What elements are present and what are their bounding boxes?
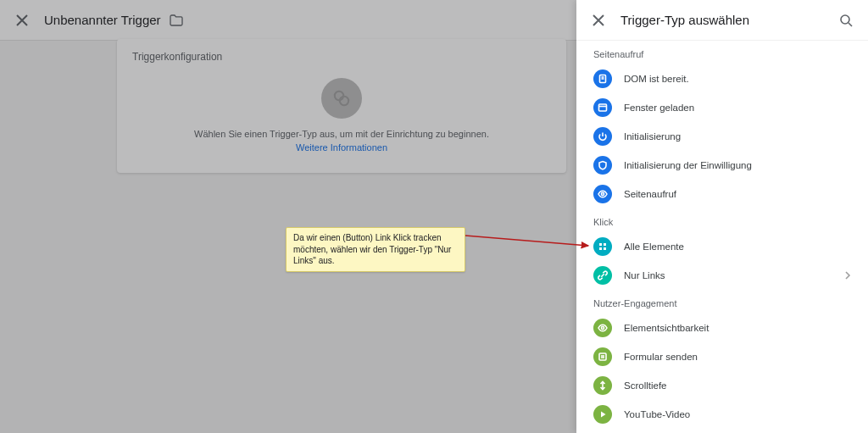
- doc-icon: [593, 69, 612, 88]
- close-icon: [16, 14, 28, 26]
- panel-search-button[interactable]: [836, 10, 856, 31]
- placeholder-icon: [321, 78, 362, 119]
- trigger-type-item[interactable]: Initialisierung der Einwilligung: [576, 151, 868, 180]
- trigger-type-label: Fenster geladen: [624, 103, 694, 113]
- window-icon: [593, 98, 612, 117]
- trigger-type-item[interactable]: Elementsichtbarkeit: [576, 314, 868, 342]
- config-section-title: Triggerkonfiguration: [117, 39, 566, 63]
- trigger-type-item[interactable]: YouTube-Video: [576, 400, 868, 429]
- trigger-type-item[interactable]: Fenster geladen: [576, 93, 868, 122]
- panel-header: Trigger-Typ auswählen: [576, 0, 868, 41]
- search-icon: [839, 14, 853, 27]
- form-icon: [593, 347, 612, 366]
- trigger-type-label: Alle Elemente: [624, 241, 684, 252]
- svg-rect-12: [604, 243, 606, 246]
- svg-point-16: [601, 326, 604, 329]
- svg-rect-8: [599, 104, 607, 111]
- panel-title: Trigger-Typ auswählen: [620, 13, 836, 27]
- trigger-type-label: Initialisierung: [624, 131, 681, 142]
- eye-icon: [593, 319, 612, 337]
- annotation-tooltip: Da wir einen (Button) Link Klick tracken…: [286, 227, 465, 272]
- trigger-type-item[interactable]: Seitenaufruf: [576, 180, 868, 208]
- trigger-type-item[interactable]: Initialisierung: [576, 122, 868, 151]
- grid-icon: [593, 237, 612, 256]
- play-icon: [593, 405, 612, 424]
- svg-point-1: [340, 97, 348, 105]
- trigger-type-label: Initialisierung der Einwilligung: [624, 160, 752, 170]
- trigger-group-label: Klick: [576, 208, 868, 232]
- trigger-type-item[interactable]: Formular senden: [576, 342, 868, 371]
- folder-icon: [170, 14, 183, 26]
- trigger-type-label: YouTube-Video: [624, 409, 690, 419]
- main-area: Unbenannter Trigger Triggerkonfiguration…: [0, 0, 576, 433]
- panel-close-button[interactable]: [588, 10, 609, 31]
- link-icon: [593, 266, 612, 285]
- chevron-right-icon: [844, 270, 851, 280]
- panel-body[interactable]: SeitenaufrufDOM ist bereit.Fenster gelad…: [576, 41, 868, 433]
- svg-point-0: [335, 92, 343, 100]
- trigger-group-label: Sonstiges: [576, 429, 868, 433]
- svg-line-4: [849, 23, 852, 26]
- eye-icon: [593, 185, 612, 203]
- svg-rect-13: [599, 247, 602, 250]
- trigger-group-label: Nutzer-Engagement: [576, 290, 868, 314]
- svg-rect-14: [604, 247, 606, 250]
- scroll-icon: [593, 376, 612, 395]
- shield-icon: [593, 156, 612, 175]
- trigger-group-label: Seitenaufruf: [576, 41, 868, 64]
- trigger-type-label: Scrolltiefe: [624, 380, 667, 391]
- trigger-type-label: DOM ist bereit.: [624, 74, 689, 84]
- svg-point-10: [601, 192, 604, 195]
- trigger-type-item[interactable]: Alle Elemente: [576, 232, 868, 261]
- main-header: Unbenannter Trigger: [0, 0, 576, 41]
- trigger-type-label: Seitenaufruf: [624, 189, 676, 199]
- trigger-type-item[interactable]: Nur Links: [576, 261, 868, 290]
- svg-rect-17: [599, 353, 606, 360]
- svg-rect-11: [599, 243, 602, 246]
- config-hint-text: Wählen Sie einen Trigger-Typ aus, um mit…: [117, 129, 566, 139]
- trigger-type-item[interactable]: Scrolltiefe: [576, 371, 868, 400]
- close-button[interactable]: [12, 10, 32, 31]
- more-info-link[interactable]: Weitere Informationen: [296, 142, 387, 153]
- power-icon: [593, 127, 612, 146]
- trigger-type-label: Elementsichtbarkeit: [624, 323, 709, 333]
- trigger-type-label: Formular senden: [624, 352, 698, 362]
- page-title: Unbenannter Trigger: [44, 13, 161, 27]
- svg-point-3: [841, 15, 849, 24]
- trigger-type-label: Nur Links: [624, 270, 665, 280]
- close-icon: [593, 14, 604, 26]
- trigger-type-item[interactable]: DOM ist bereit.: [576, 64, 868, 93]
- trigger-type-panel: Trigger-Typ auswählen SeitenaufrufDOM is…: [576, 0, 868, 433]
- trigger-config-card[interactable]: Triggerkonfiguration Wählen Sie einen Tr…: [117, 39, 566, 173]
- config-placeholder: Wählen Sie einen Trigger-Typ aus, um mit…: [117, 78, 566, 154]
- folder-button[interactable]: [170, 14, 183, 26]
- svg-line-15: [601, 274, 604, 276]
